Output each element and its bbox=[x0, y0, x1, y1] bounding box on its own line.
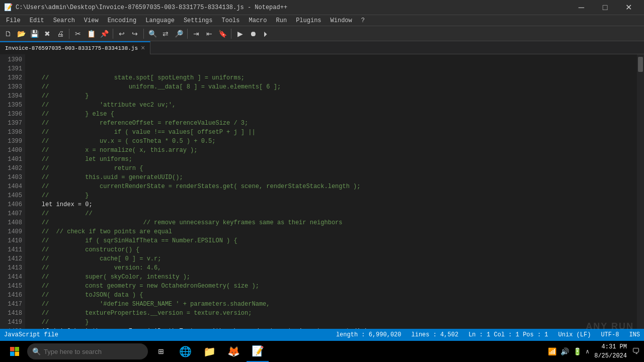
scrollbar-thumb[interactable] bbox=[638, 57, 643, 72]
line-number: 1415 bbox=[0, 282, 22, 291]
bookmark-button[interactable]: 🔖 bbox=[216, 28, 228, 40]
start-button[interactable] bbox=[4, 341, 25, 362]
playback-button[interactable]: ⏵ bbox=[260, 28, 272, 40]
menu-plugins[interactable]: Plugins bbox=[292, 15, 325, 26]
code-line: // version: 4.6, bbox=[27, 263, 635, 273]
menu-file[interactable]: File bbox=[2, 15, 25, 26]
taskbar-firefox[interactable]: 🦊 bbox=[222, 341, 245, 362]
line-number: 1400 bbox=[0, 146, 22, 155]
line-number: 1417 bbox=[0, 300, 22, 309]
tab-invoice[interactable]: Invoice-876597035-003-8331775-8334138.js… bbox=[0, 41, 150, 54]
taskbar-task-view[interactable]: ⊞ bbox=[150, 341, 172, 362]
close-button[interactable]: ✕ bbox=[617, 0, 640, 15]
line-number: 1405 bbox=[0, 191, 22, 200]
svg-rect-1 bbox=[15, 347, 20, 351]
taskbar-right: 📶 🔊 🔋 ∧ 4:31 PM 8/25/2024 🗨 bbox=[548, 342, 640, 360]
line-number: 1407 bbox=[0, 209, 22, 218]
statusbar-left: JavaScript file bbox=[4, 331, 58, 338]
vertical-scrollbar[interactable] bbox=[637, 54, 644, 329]
code-line: // let uniforms; bbox=[27, 155, 635, 164]
battery-icon: 🔋 bbox=[573, 347, 582, 356]
notification-button[interactable]: 🗨 bbox=[632, 347, 640, 356]
line-number: 1414 bbox=[0, 273, 22, 282]
code-line: // } bbox=[27, 92, 635, 101]
menu-encoding[interactable]: Encoding bbox=[104, 15, 141, 26]
code-line: // // bbox=[27, 209, 635, 218]
taskbar-edge[interactable]: 🌐 bbox=[174, 341, 196, 362]
save-button[interactable]: 💾 bbox=[28, 28, 40, 40]
code-line: // if ( value !== values[ offsetP + j ] … bbox=[27, 128, 635, 137]
find-button[interactable]: 🔍 bbox=[146, 28, 158, 40]
line-number: 1403 bbox=[0, 173, 22, 182]
line-number: 1393 bbox=[0, 82, 22, 92]
code-line: if ( isCube ) throw new Error( 'Depth Te… bbox=[27, 327, 635, 329]
redo-button[interactable]: ↪ bbox=[129, 28, 141, 40]
titlebar-controls: ─ □ ✕ bbox=[570, 0, 640, 15]
toolbar: 🗋 📂 💾 ✖ 🖨 ✂ 📋 📌 ↩ ↪ 🔍 ⇄ 🔎 ⇥ ⇤ 🔖 ▶ ⏺ ⏵ bbox=[0, 26, 644, 41]
taskbar: 🔍 ⊞ 🌐 📁 🦊 📝 📶 🔊 🔋 ∧ 4:31 PM 8/25/2024 🗨 bbox=[0, 341, 644, 362]
maximize-button[interactable]: □ bbox=[594, 0, 616, 15]
replace-button[interactable]: ⇄ bbox=[159, 28, 172, 40]
code-line: // uniform.__data[ 8 ] = value.elements[… bbox=[27, 82, 635, 92]
cut-button[interactable]: ✂ bbox=[72, 28, 84, 40]
menu-macro[interactable]: Macro bbox=[245, 15, 271, 26]
toolbar-sep-4 bbox=[187, 29, 188, 39]
menubar: File Edit Search View Encoding Language … bbox=[0, 15, 644, 26]
tray-arrow-icon[interactable]: ∧ bbox=[586, 348, 589, 355]
toolbar-sep-2 bbox=[113, 29, 113, 39]
menu-search[interactable]: Search bbox=[49, 15, 79, 26]
print-button[interactable]: 🖨 bbox=[54, 28, 66, 40]
menu-window[interactable]: Window bbox=[327, 15, 356, 26]
menu-language[interactable]: Language bbox=[141, 15, 179, 26]
taskbar-notepad[interactable]: 📝 bbox=[247, 341, 269, 362]
line-number: 1420 bbox=[0, 327, 22, 329]
lines-label: lines : 4,502 bbox=[412, 331, 459, 338]
code-line: // uv.x = ( cosTheta * 0.5 ) + 0.5; bbox=[27, 137, 635, 146]
menu-tools[interactable]: Tools bbox=[217, 15, 244, 26]
menu-help[interactable]: ? bbox=[357, 15, 369, 26]
menu-settings[interactable]: Settings bbox=[180, 15, 217, 26]
close-file-button[interactable]: ✖ bbox=[41, 28, 53, 40]
line-number: 1394 bbox=[0, 92, 22, 101]
code-line: // toJSON( data ) { bbox=[27, 291, 635, 300]
menu-run[interactable]: Run bbox=[272, 15, 291, 26]
undo-button[interactable]: ↩ bbox=[116, 28, 128, 40]
code-line: // // check if two points are equal bbox=[27, 227, 635, 236]
outdent-button[interactable]: ⇤ bbox=[203, 28, 215, 40]
line-number: 1390 bbox=[0, 55, 22, 64]
toolbar-sep-3 bbox=[143, 29, 144, 39]
statusbar: JavaScript file length : 6,990,020 lines… bbox=[0, 329, 644, 341]
mode-label: INS bbox=[629, 331, 640, 338]
taskbar-explorer[interactable]: 📁 bbox=[198, 341, 220, 362]
tab-close-button[interactable]: × bbox=[141, 44, 145, 52]
record-button[interactable]: ⏺ bbox=[247, 28, 259, 40]
app-icon: 📝 bbox=[4, 3, 13, 12]
encoding-label: UTF-8 bbox=[601, 331, 619, 338]
search-bar[interactable]: 🔍 bbox=[27, 343, 148, 359]
open-button[interactable]: 📂 bbox=[15, 28, 27, 40]
zoom-in-button[interactable]: 🔎 bbox=[173, 28, 185, 40]
code-line: // cache[ 0 ] = v.r; bbox=[27, 254, 635, 263]
line-number: 1416 bbox=[0, 291, 22, 300]
code-line: // 'attribute vec2 uv;', bbox=[27, 101, 635, 110]
clock[interactable]: 4:31 PM 8/25/2024 bbox=[594, 342, 627, 360]
svg-rect-2 bbox=[10, 352, 15, 356]
menu-view[interactable]: View bbox=[80, 15, 103, 26]
line-number: 1392 bbox=[0, 73, 22, 82]
line-number: 1410 bbox=[0, 236, 22, 245]
line-number: 1397 bbox=[0, 119, 22, 128]
menu-edit[interactable]: Edit bbox=[26, 15, 48, 26]
code-line: // } bbox=[27, 318, 635, 327]
code-line: // this.uuid = generateUUID(); bbox=[27, 173, 635, 182]
code-line: // constructor() { bbox=[27, 245, 635, 254]
code-area[interactable]: // state.spot[ spotLength ] = uniforms; … bbox=[25, 54, 637, 329]
run-button[interactable]: ▶ bbox=[234, 28, 246, 40]
paste-button[interactable]: 📌 bbox=[98, 28, 110, 40]
line-number: 1411 bbox=[0, 245, 22, 254]
copy-button[interactable]: 📋 bbox=[85, 28, 97, 40]
line-number: 1413 bbox=[0, 263, 22, 273]
new-button[interactable]: 🗋 bbox=[2, 28, 14, 40]
minimize-button[interactable]: ─ bbox=[570, 0, 593, 15]
indent-button[interactable]: ⇥ bbox=[190, 28, 202, 40]
search-input[interactable] bbox=[44, 348, 129, 355]
